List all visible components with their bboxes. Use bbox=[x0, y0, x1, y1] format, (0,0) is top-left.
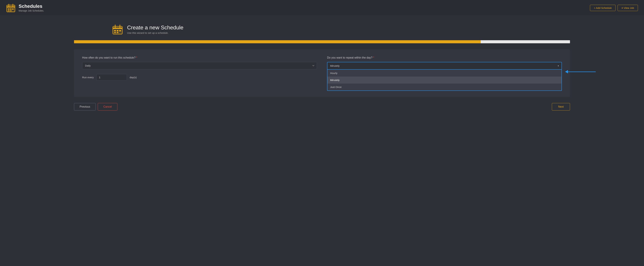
repeat-label: Do you want to repeat within the day?* bbox=[327, 56, 562, 59]
run-every-label: Run every bbox=[82, 76, 94, 79]
left-section: How often do you want to run this schedu… bbox=[82, 56, 317, 87]
repeat-dropdown-options: Hourly Minutely Just Once bbox=[327, 70, 562, 91]
wizard-heading: Create a new Schedule bbox=[127, 25, 184, 31]
svg-rect-8 bbox=[8, 10, 10, 11]
header-left: Schedules Manage Job Schedules. bbox=[6, 3, 44, 13]
progress-bar-fill bbox=[74, 40, 481, 43]
option-hourly[interactable]: Hourly bbox=[328, 70, 562, 77]
right-section: Do you want to repeat within the day?* M… bbox=[327, 56, 562, 87]
svg-rect-16 bbox=[117, 30, 118, 31]
header-buttons: + Add Schedule ≡ View Job bbox=[590, 5, 638, 11]
view-job-button[interactable]: ≡ View Job bbox=[618, 5, 638, 11]
wizard-calendar-icon bbox=[112, 24, 123, 35]
svg-rect-2 bbox=[7, 7, 15, 8]
repeat-selected-value: Minutely bbox=[330, 64, 340, 67]
svg-rect-17 bbox=[119, 30, 121, 31]
progress-bar-container bbox=[74, 40, 570, 43]
wizard-description: Use this wizard to set up a schedule. bbox=[127, 31, 184, 34]
svg-rect-18 bbox=[114, 32, 116, 33]
svg-rect-6 bbox=[10, 9, 12, 10]
wizard-card-inner: How often do you want to run this schedu… bbox=[82, 56, 562, 87]
frequency-required: * bbox=[136, 56, 137, 59]
page-title: Schedules bbox=[19, 4, 44, 9]
page-subtitle: Manage Job Schedules. bbox=[19, 9, 44, 12]
svg-rect-5 bbox=[8, 9, 10, 10]
chevron-down-icon: ▾ bbox=[558, 65, 559, 67]
footer-buttons: Previous Cancel Next bbox=[74, 103, 570, 110]
run-every-unit: day(s) bbox=[130, 76, 137, 79]
svg-rect-7 bbox=[12, 9, 14, 10]
schedules-icon bbox=[6, 3, 16, 13]
run-every-input[interactable] bbox=[96, 74, 127, 81]
main-content: Create a new Schedule Use this wizard to… bbox=[0, 16, 644, 117]
footer-left-buttons: Previous Cancel bbox=[74, 103, 118, 110]
repeat-required: * bbox=[373, 56, 374, 59]
frequency-label: How often do you want to run this schedu… bbox=[82, 56, 317, 59]
repeat-dropdown-trigger[interactable]: Minutely ▾ bbox=[327, 62, 562, 70]
svg-rect-12 bbox=[113, 28, 122, 29]
frequency-select[interactable]: Daily Weekly Monthly bbox=[82, 62, 317, 69]
svg-rect-9 bbox=[10, 10, 12, 11]
svg-rect-15 bbox=[114, 30, 116, 31]
arrow-annotation bbox=[565, 71, 596, 72]
cancel-button[interactable]: Cancel bbox=[98, 103, 118, 110]
wizard-header: Create a new Schedule Use this wizard to… bbox=[112, 24, 184, 35]
next-button[interactable]: Next bbox=[552, 103, 570, 110]
header-text: Schedules Manage Job Schedules. bbox=[19, 4, 44, 12]
add-schedule-button[interactable]: + Add Schedule bbox=[590, 5, 616, 11]
previous-button[interactable]: Previous bbox=[74, 103, 96, 110]
wizard-title: Create a new Schedule Use this wizard to… bbox=[127, 25, 184, 34]
header: Schedules Manage Job Schedules. + Add Sc… bbox=[0, 0, 644, 16]
run-every-row: Run every day(s) bbox=[82, 74, 317, 81]
option-minutely[interactable]: Minutely bbox=[328, 77, 562, 83]
wizard-card: How often do you want to run this schedu… bbox=[74, 49, 570, 97]
svg-rect-19 bbox=[117, 32, 118, 33]
option-just-once[interactable]: Just Once bbox=[328, 83, 562, 90]
repeat-dropdown-wrapper: Minutely ▾ Hourly Minutely Just Once bbox=[327, 62, 562, 70]
